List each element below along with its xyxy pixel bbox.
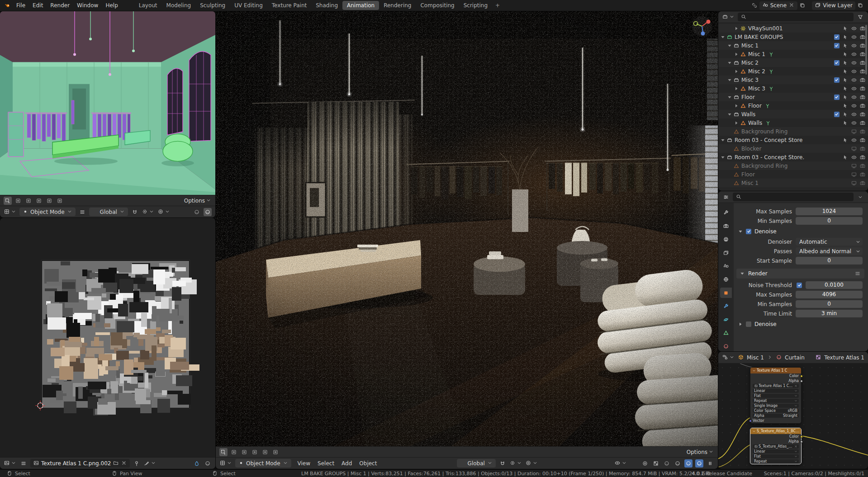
viewport-left-options-button[interactable]: Options xyxy=(184,197,212,204)
tool-option-5-icon[interactable] xyxy=(56,197,64,205)
properties-tab-render[interactable] xyxy=(720,221,732,231)
outliner-row[interactable]: Blocker xyxy=(718,144,868,153)
image-selector[interactable]: Texture Atlas 1 C.png.002 xyxy=(30,459,130,468)
editor-type-button[interactable] xyxy=(219,460,232,467)
outliner-row[interactable]: Floor xyxy=(718,93,868,101)
section-denoise[interactable]: Denoise xyxy=(734,318,868,330)
prop-denoiser-dropdown[interactable]: Automatic xyxy=(796,238,863,246)
node-property[interactable]: Color SpacesRGB xyxy=(753,409,799,413)
prop-max-samples-value[interactable]: 4096 xyxy=(796,291,863,298)
outliner-camera-toggle[interactable] xyxy=(859,120,866,126)
properties-tab-physics[interactable] xyxy=(720,314,732,325)
properties-tab-modifiers[interactable] xyxy=(720,301,732,312)
outliner-row[interactable]: Background Ring xyxy=(718,161,868,170)
outliner-row[interactable]: Misc 1 xyxy=(718,50,868,58)
tool-option-3-icon[interactable] xyxy=(251,448,259,456)
editor-type-button[interactable] xyxy=(4,460,17,467)
shading-material-toggle[interactable] xyxy=(684,459,693,468)
node-title[interactable]: Texture Atlas 1 C xyxy=(750,368,801,373)
mode-dropdown[interactable]: Object Mode xyxy=(235,459,291,468)
navigation-gizmo[interactable] xyxy=(692,16,712,37)
outliner-eye-toggle[interactable] xyxy=(850,94,858,100)
outliner-pointer-toggle[interactable] xyxy=(841,94,849,100)
node-image-field[interactable]: S_Texture_Atlas_1_… xyxy=(753,444,799,449)
mode-dropdown[interactable]: Object Mode xyxy=(19,208,76,216)
display-channels-icon[interactable] xyxy=(204,459,212,468)
outliner-pointer-toggle[interactable] xyxy=(841,68,849,75)
prop-noise-threshold-checkbox[interactable] xyxy=(797,283,802,288)
outliner-pointer-toggle[interactable] xyxy=(841,51,849,57)
node-title[interactable]: S_Texture_Atlas_1_BC0254.png.032 xyxy=(750,428,801,434)
properties-editor-icon[interactable] xyxy=(722,193,730,201)
outliner-search[interactable] xyxy=(738,13,854,21)
shader-editor[interactable]: Texture Atlas 1 CColorAlphaTexture Atlas… xyxy=(718,352,868,469)
outliner-pointer-toggle[interactable] xyxy=(841,103,849,109)
tool-option-3-icon[interactable] xyxy=(35,197,43,205)
unlink-image-icon[interactable] xyxy=(121,460,127,467)
shading-wireframe-toggle[interactable] xyxy=(663,459,671,468)
breadcrumb-object[interactable]: Misc 1 xyxy=(747,354,764,361)
outliner-camera-toggle[interactable] xyxy=(859,77,866,83)
outliner-eye-toggle[interactable] xyxy=(850,103,858,109)
prop-passes-dropdown[interactable]: Albedo and Normal xyxy=(796,247,863,255)
outliner-pointer-toggle[interactable] xyxy=(841,60,849,66)
breadcrumb-material[interactable]: Curtain xyxy=(785,354,805,361)
prop-noise-threshold-value[interactable]: 0.0100 xyxy=(806,281,863,289)
section-denoise-checkbox[interactable] xyxy=(746,229,751,234)
pause-render-toggle[interactable] xyxy=(706,459,714,468)
outliner-eye-toggle[interactable] xyxy=(850,51,858,57)
viewport-menu-view[interactable]: View xyxy=(294,459,314,468)
proportional-editing-button[interactable] xyxy=(525,460,538,467)
tab-compositing[interactable]: Compositing xyxy=(416,1,459,10)
outliner-screen-toggle[interactable] xyxy=(850,171,858,178)
properties-tab-world[interactable] xyxy=(720,274,732,285)
pin-icon[interactable] xyxy=(133,459,141,468)
outliner-camera-toggle[interactable] xyxy=(859,103,866,109)
properties-options-icon[interactable] xyxy=(856,193,864,201)
outliner-eye-toggle[interactable] xyxy=(850,85,858,92)
outliner-exclude-checkbox[interactable] xyxy=(834,77,840,83)
outliner-eye-toggle[interactable] xyxy=(850,43,858,49)
new-scene-button[interactable] xyxy=(798,1,806,9)
outliner-exclude-checkbox[interactable] xyxy=(834,34,840,40)
outliner-screen-toggle[interactable] xyxy=(850,180,858,186)
tool-option-4-icon[interactable] xyxy=(45,197,53,205)
outliner-eye-toggle[interactable] xyxy=(850,111,858,118)
properties-tab-data[interactable] xyxy=(720,328,732,338)
panel-render[interactable]: Render xyxy=(736,269,864,279)
add-workspace-button[interactable]: + xyxy=(492,1,503,10)
properties-tab-material[interactable] xyxy=(720,341,732,351)
tool-option-4-icon[interactable] xyxy=(261,448,269,456)
snap-magnet-toggle[interactable] xyxy=(498,459,507,468)
node-dropdown[interactable]: Linear xyxy=(753,449,799,453)
proportional-editing-button[interactable] xyxy=(157,208,171,216)
outliner-row[interactable]: Floor xyxy=(718,170,868,179)
outliner-screen-toggle[interactable] xyxy=(850,128,858,135)
tab-scripting[interactable]: Scripting xyxy=(459,1,492,10)
outliner-exclude-checkbox[interactable] xyxy=(834,94,840,100)
outliner-camera-toggle[interactable] xyxy=(859,171,866,178)
outliner-row[interactable]: Misc 3 xyxy=(718,84,868,93)
texture-atlas-image[interactable] xyxy=(42,260,190,408)
outliner-scrollbar[interactable] xyxy=(865,25,867,75)
active-tool-icon[interactable] xyxy=(4,197,12,205)
properties-search[interactable] xyxy=(733,193,854,201)
tab-uv-editing[interactable]: UV Editing xyxy=(230,1,267,10)
cursor-2d-icon[interactable] xyxy=(35,401,45,411)
show-gizmo-toggle[interactable] xyxy=(630,459,638,468)
orientation-dropdown[interactable]: Global xyxy=(457,459,496,468)
outliner-row[interactable]: Background Ring xyxy=(718,127,868,136)
tool-settings-icons[interactable] xyxy=(219,448,280,456)
outliner-pointer-toggle[interactable] xyxy=(841,111,849,118)
outliner-pointer-toggle[interactable] xyxy=(841,120,849,126)
properties-search-input[interactable] xyxy=(744,194,851,200)
new-view-layer-button[interactable] xyxy=(856,1,864,9)
outliner-search-input[interactable] xyxy=(749,14,851,20)
tool-option-2-icon[interactable] xyxy=(24,197,33,205)
outliner-row[interactable]: Misc 1 xyxy=(718,41,868,50)
outliner-pointer-toggle[interactable] xyxy=(841,154,849,161)
outliner-row[interactable]: Walls xyxy=(718,118,868,127)
orientation-dropdown[interactable]: Global xyxy=(89,208,128,216)
menu-help[interactable]: Help xyxy=(102,1,121,9)
prop-min-samples-value[interactable]: 0 xyxy=(796,300,863,308)
